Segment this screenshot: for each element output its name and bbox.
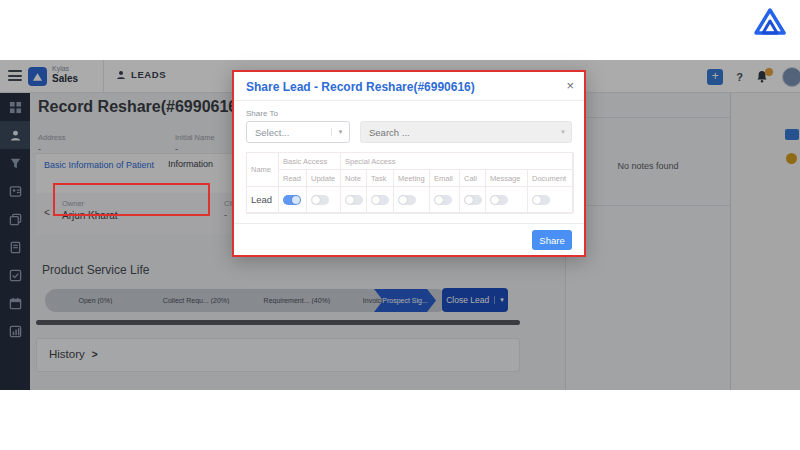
annotation-owner-box (53, 183, 210, 216)
col-header-name: Name (247, 153, 279, 187)
col-group-basic-access: Basic Access (279, 153, 341, 170)
chevron-down-icon: ▾ (331, 128, 349, 136)
share-to-label: Share To (246, 109, 572, 118)
toggle-message[interactable] (490, 195, 508, 205)
toggle-cell (279, 187, 307, 213)
col-header-document: Document (528, 170, 574, 187)
col-header-task: Task (367, 170, 394, 187)
col-header-note: Note (341, 170, 367, 187)
col-header-call: Call (460, 170, 486, 187)
share-search-input[interactable] (361, 127, 555, 138)
col-header-meeting: Meeting (394, 170, 430, 187)
share-button[interactable]: Share (532, 230, 572, 250)
toggle-call[interactable] (464, 195, 482, 205)
toggle-task[interactable] (371, 195, 389, 205)
share-to-select[interactable]: Select... ▾ (246, 121, 350, 143)
toggle-note[interactable] (345, 195, 363, 205)
col-header-update: Update (307, 170, 341, 187)
toggle-cell (341, 187, 367, 213)
toggle-read[interactable] (283, 195, 301, 205)
share-lead-modal: Share Lead - Record Reshare(#6990616) × … (232, 70, 586, 257)
toggle-cell (528, 187, 574, 213)
share-to-select-value: Select... (247, 127, 331, 138)
col-group-special-access: Special Access (341, 153, 574, 170)
modal-body: Share To Select... ▾ ▾ Name Basic Access… (234, 101, 584, 214)
col-header-read: Read (279, 170, 307, 187)
toggle-cell (460, 187, 486, 213)
toggle-email[interactable] (434, 195, 452, 205)
permissions-table: Name Basic Access Special Access Read Up… (246, 152, 573, 214)
toggle-cell (486, 187, 528, 213)
toggle-update[interactable] (311, 195, 329, 205)
top-strip (0, 0, 800, 60)
toggle-cell (394, 187, 430, 213)
toggle-cell (367, 187, 394, 213)
share-controls: Select... ▾ ▾ (246, 121, 572, 143)
toggle-cell (430, 187, 460, 213)
chevron-down-icon: ▾ (555, 128, 571, 136)
modal-title: Share Lead - Record Reshare(#6990616) (246, 80, 475, 94)
toggle-meeting[interactable] (398, 195, 416, 205)
modal-footer: Share (234, 223, 584, 255)
share-search: ▾ (360, 121, 572, 143)
modal-header: Share Lead - Record Reshare(#6990616) × (234, 72, 584, 101)
row-label-lead: Lead (247, 187, 279, 213)
col-header-message: Message (486, 170, 528, 187)
col-header-email: Email (430, 170, 460, 187)
toggle-cell (307, 187, 341, 213)
kylas-logo-icon (746, 6, 788, 36)
close-icon[interactable]: × (566, 78, 574, 93)
toggle-document[interactable] (532, 195, 550, 205)
